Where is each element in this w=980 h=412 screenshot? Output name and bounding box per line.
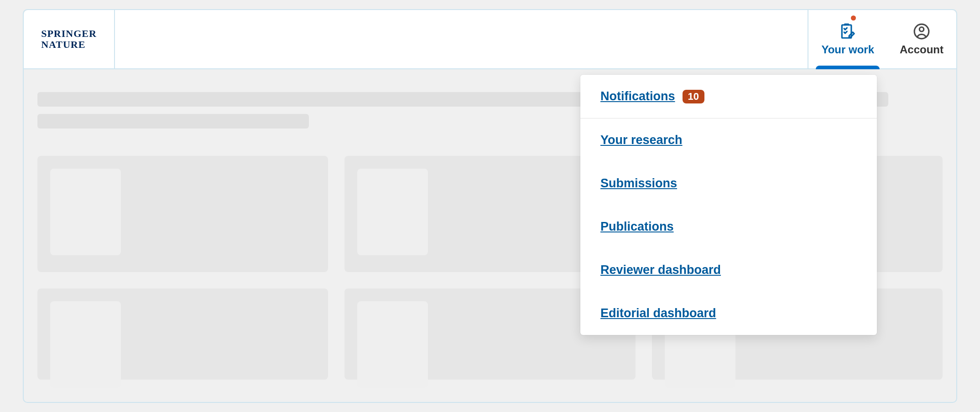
nav-your-work-label: Your work bbox=[821, 43, 874, 56]
active-tab-indicator bbox=[816, 66, 880, 69]
skeleton-thumbnail bbox=[50, 301, 121, 388]
svg-point-1 bbox=[851, 15, 856, 21]
nav-account[interactable]: Account bbox=[887, 10, 956, 68]
brand-line2: NATURE bbox=[41, 39, 85, 50]
skeleton-thumbnail bbox=[50, 169, 121, 255]
skeleton-card bbox=[37, 156, 328, 272]
brand-line1: SPRINGER bbox=[41, 28, 97, 39]
dropdown-item-label: Your research bbox=[600, 133, 683, 147]
header-actions: Your work Account bbox=[808, 10, 956, 68]
dropdown-item-your-research[interactable]: Your research bbox=[580, 118, 877, 162]
brand-logo-text: SPRINGER NATURE bbox=[32, 28, 106, 50]
brand-logo[interactable]: SPRINGER NATURE bbox=[24, 10, 115, 68]
your-work-dropdown: Notifications 10 Your research Submissio… bbox=[580, 75, 877, 335]
dropdown-item-editorial-dashboard[interactable]: Editorial dashboard bbox=[580, 292, 877, 335]
dropdown-item-label: Editorial dashboard bbox=[600, 306, 716, 320]
notifications-count-badge: 10 bbox=[683, 90, 704, 103]
dropdown-item-publications[interactable]: Publications bbox=[580, 205, 877, 248]
app-container: SPRINGER NATURE bbox=[23, 9, 957, 403]
notification-dot-icon bbox=[851, 15, 856, 21]
skeleton-card bbox=[37, 288, 328, 380]
dropdown-notifications-label: Notifications bbox=[600, 89, 675, 103]
dropdown-item-label: Reviewer dashboard bbox=[600, 263, 721, 277]
skeleton-subtitle bbox=[37, 114, 309, 129]
nav-account-label: Account bbox=[900, 43, 944, 56]
dropdown-item-label: Publications bbox=[600, 220, 674, 233]
svg-point-3 bbox=[919, 27, 924, 32]
header: SPRINGER NATURE bbox=[24, 10, 956, 69]
nav-your-work[interactable]: Your work bbox=[808, 10, 887, 68]
dropdown-item-reviewer-dashboard[interactable]: Reviewer dashboard bbox=[580, 248, 877, 292]
user-circle-icon bbox=[912, 22, 931, 41]
dropdown-item-label: Submissions bbox=[600, 176, 677, 190]
clipboard-edit-icon bbox=[839, 22, 857, 41]
dropdown-item-notifications[interactable]: Notifications 10 bbox=[580, 75, 877, 118]
dropdown-item-submissions[interactable]: Submissions bbox=[580, 162, 877, 205]
skeleton-thumbnail bbox=[357, 169, 428, 255]
header-spacer bbox=[115, 10, 808, 68]
skeleton-thumbnail bbox=[357, 301, 428, 388]
